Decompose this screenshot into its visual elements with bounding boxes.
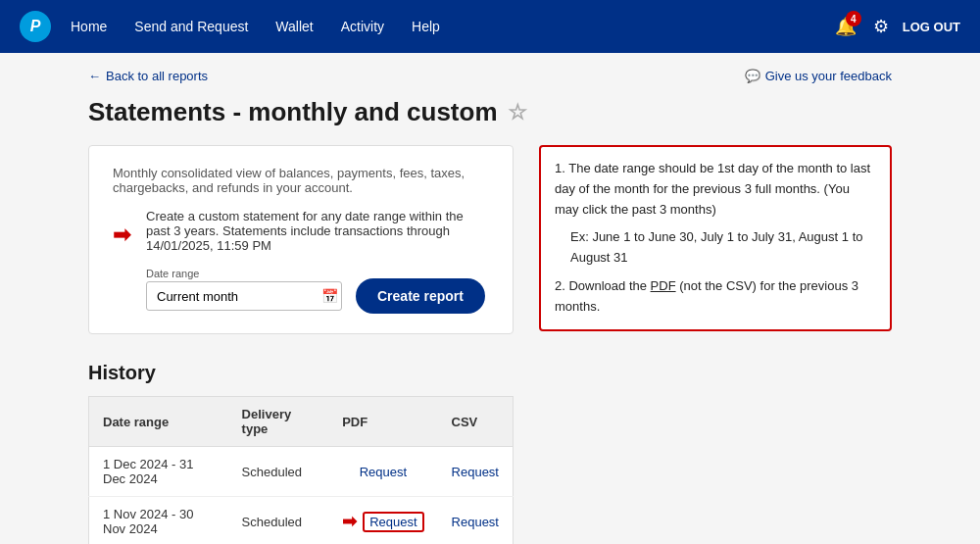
annotation-line1: 1. The date range should be 1st day of t… bbox=[555, 159, 876, 220]
back-label: Back to all reports bbox=[106, 69, 208, 83]
star-icon[interactable]: ☆ bbox=[508, 100, 527, 125]
statement-form-card: Monthly consolidated view of balances, p… bbox=[88, 145, 514, 334]
date-range-input-wrap[interactable]: 📅 bbox=[146, 281, 342, 311]
col-delivery-type: Delivery type bbox=[228, 397, 329, 447]
table-row: 1 Dec 2024 - 31 Dec 2024ScheduledRequest… bbox=[89, 447, 514, 497]
table-row: 1 Nov 2024 - 30 Nov 2024Scheduled➡Reques… bbox=[89, 497, 514, 545]
input-row: Date range 📅 Create report bbox=[146, 265, 489, 314]
csv-request-link[interactable]: Request bbox=[452, 465, 499, 479]
history-section: History Date range Delivery type PDF CSV… bbox=[88, 362, 514, 544]
annotation-line2: Ex: June 1 to June 30, July 1 to July 31… bbox=[555, 227, 876, 269]
page-content: ← Back to all reports 💬 Give us your fee… bbox=[69, 53, 911, 544]
history-title: History bbox=[88, 362, 514, 384]
notifications-button[interactable]: 🔔 4 bbox=[832, 13, 859, 40]
page-title-text: Statements - monthly and custom bbox=[88, 97, 498, 127]
nav-activity[interactable]: Activity bbox=[341, 19, 384, 34]
pdf-request-link[interactable]: Request bbox=[363, 512, 423, 532]
pdf-underline: PDF bbox=[651, 278, 676, 293]
col-pdf: PDF bbox=[328, 397, 437, 447]
feedback-link[interactable]: 💬 Give us your feedback bbox=[745, 69, 892, 83]
csv-request-link[interactable]: Request bbox=[452, 515, 499, 529]
nav-home[interactable]: Home bbox=[71, 19, 107, 34]
navbar-right: 🔔 4 ⚙ LOG OUT bbox=[832, 13, 960, 40]
nav-links: Home Send and Request Wallet Activity He… bbox=[71, 19, 832, 34]
logo-letter: P bbox=[30, 18, 41, 35]
red-arrow-form: ➡ bbox=[113, 223, 130, 248]
annotation-box: 1. The date range should be 1st day of t… bbox=[539, 145, 892, 331]
back-to-reports-link[interactable]: ← Back to all reports bbox=[88, 69, 208, 83]
date-range-input[interactable] bbox=[157, 289, 321, 304]
cell-date-range: 1 Nov 2024 - 30 Nov 2024 bbox=[89, 497, 228, 545]
annotation-line3: 2. Download the PDF (not the CSV) for th… bbox=[555, 276, 876, 318]
notification-badge: 4 bbox=[846, 11, 861, 26]
date-range-label: Date range bbox=[146, 268, 342, 279]
calendar-icon[interactable]: 📅 bbox=[321, 288, 338, 304]
cell-delivery-type: Scheduled bbox=[228, 497, 329, 545]
cell-csv: Request bbox=[438, 497, 514, 545]
navbar: P Home Send and Request Wallet Activity … bbox=[0, 0, 980, 53]
nav-help[interactable]: Help bbox=[412, 19, 440, 34]
main-form-area: Monthly consolidated view of balances, p… bbox=[88, 145, 892, 544]
create-report-button[interactable]: Create report bbox=[356, 278, 485, 314]
paypal-logo: P bbox=[20, 11, 51, 42]
form-text-group: Create a custom statement for any date r… bbox=[146, 209, 489, 314]
form-row: ➡ Create a custom statement for any date… bbox=[113, 209, 489, 314]
cell-pdf: Request bbox=[328, 447, 437, 497]
table-header-row: Date range Delivery type PDF CSV bbox=[89, 397, 514, 447]
statement-card: Monthly consolidated view of balances, p… bbox=[88, 145, 514, 544]
cell-csv: Request bbox=[438, 447, 514, 497]
nav-send-request[interactable]: Send and Request bbox=[134, 19, 248, 34]
cell-date-range: 1 Dec 2024 - 31 Dec 2024 bbox=[89, 447, 228, 497]
form-description-text: Create a custom statement for any date r… bbox=[146, 209, 489, 253]
page-title: Statements - monthly and custom ☆ bbox=[88, 97, 892, 127]
logout-button[interactable]: LOG OUT bbox=[903, 20, 960, 34]
history-table: Date range Delivery type PDF CSV 1 Dec 2… bbox=[88, 396, 514, 544]
feedback-icon: 💬 bbox=[745, 69, 760, 83]
settings-icon[interactable]: ⚙ bbox=[873, 16, 889, 37]
cell-pdf: ➡Request bbox=[328, 497, 437, 545]
col-csv: CSV bbox=[438, 397, 514, 447]
feedback-label: Give us your feedback bbox=[765, 69, 892, 83]
pdf-request-link[interactable]: Request bbox=[360, 465, 407, 479]
nav-wallet[interactable]: Wallet bbox=[275, 19, 313, 34]
red-arrow-icon: ➡ bbox=[342, 511, 357, 532]
col-date-range: Date range bbox=[89, 397, 228, 447]
date-range-group: Date range 📅 bbox=[146, 268, 342, 311]
cell-delivery-type: Scheduled bbox=[228, 447, 329, 497]
breadcrumb-bar: ← Back to all reports 💬 Give us your fee… bbox=[88, 69, 892, 83]
card-subtitle: Monthly consolidated view of balances, p… bbox=[113, 166, 489, 195]
back-arrow-icon: ← bbox=[88, 69, 101, 83]
